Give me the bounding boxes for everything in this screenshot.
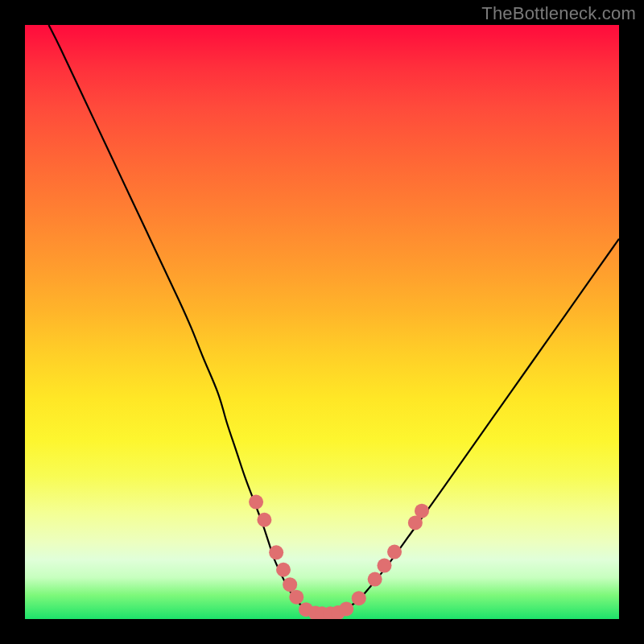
data-markers (249, 495, 429, 619)
data-marker (289, 590, 303, 605)
plot-area (25, 25, 619, 619)
data-marker (415, 504, 429, 518)
data-marker (283, 577, 297, 592)
data-marker (249, 495, 263, 510)
chart-frame: TheBottleneck.com (0, 0, 644, 644)
data-marker (339, 601, 353, 616)
data-marker (269, 545, 283, 559)
data-marker (352, 591, 366, 605)
data-marker (377, 559, 391, 573)
data-marker (387, 545, 402, 559)
watermark-text: TheBottleneck.com (481, 3, 636, 24)
data-marker (368, 572, 382, 587)
bottleneck-curve (49, 25, 619, 613)
data-marker (276, 563, 291, 577)
chart-svg (25, 25, 619, 619)
data-marker (257, 513, 271, 527)
